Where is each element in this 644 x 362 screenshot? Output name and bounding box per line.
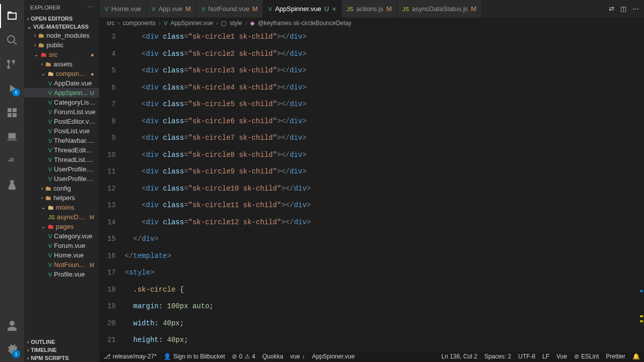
file-home[interactable]: VHome.vue <box>24 250 99 260</box>
settings-icon[interactable]: 1 <box>0 338 24 362</box>
file-notfound[interactable]: VNotFoun...M <box>24 260 99 269</box>
folder-public[interactable]: ›🖿public <box>24 40 99 50</box>
section-workspace[interactable]: ⌄VUE-MASTERCLASS <box>24 23 99 31</box>
status-lncol[interactable]: Ln 138, Col 2 <box>441 353 477 360</box>
line-gutter: 3456789101112131415161718192021 <box>100 29 125 351</box>
tab-home[interactable]: VHome.vue <box>100 0 147 18</box>
explorer-icon[interactable] <box>0 4 24 28</box>
status-bell-icon[interactable]: 🔔 <box>632 353 640 360</box>
file-forum[interactable]: VForum.vue <box>24 241 99 250</box>
tab-app[interactable]: VApp.vueM <box>147 0 197 18</box>
file-appspinner[interactable]: VAppSpinn...U <box>24 88 99 98</box>
run-icon[interactable]: 5 <box>0 76 24 101</box>
code-content[interactable]: <div class="sk-circle1 sk-child"></div> … <box>125 29 644 351</box>
folder-config[interactable]: ›🖿config <box>24 184 99 193</box>
more-tab-icon[interactable]: ⋯ <box>632 5 639 13</box>
file-category[interactable]: VCategory.vue <box>24 231 99 241</box>
settings-badge: 1 <box>12 350 20 358</box>
status-eslint[interactable]: ⊘ ESLint <box>574 353 599 360</box>
file-profile[interactable]: VProfile.vue <box>24 269 99 279</box>
remote-icon[interactable] <box>0 125 24 149</box>
extensions-icon[interactable] <box>0 101 24 125</box>
tab-bar: VHome.vue VApp.vueM VNotFound.vueM VAppS… <box>100 0 644 18</box>
tab-notfound[interactable]: VNotFound.vueM <box>196 0 263 18</box>
folder-assets[interactable]: ›🖿assets <box>24 59 99 69</box>
file-tree: ›🖿node_modules ›🖿public ⌄🖿src● ›🖿assets … <box>24 31 99 338</box>
folder-components[interactable]: ⌄🖿componen...● <box>24 69 99 78</box>
scm-badge: 5 <box>12 88 20 97</box>
sidebar-title: EXPLORER ⋯ <box>24 0 99 15</box>
folder-node-modules[interactable]: ›🖿node_modules <box>24 31 99 40</box>
status-bar: ⎇ release/may-27* 👤 Sign in to Bitbucket… <box>100 351 644 362</box>
testing-icon[interactable] <box>0 173 24 197</box>
more-icon[interactable]: ⋯ <box>88 4 93 11</box>
compare-icon[interactable]: ⇄ <box>609 5 614 13</box>
folder-src[interactable]: ⌄🖿src● <box>24 50 99 59</box>
editor-area: VHome.vue VApp.vueM VNotFound.vueM VAppS… <box>100 0 644 362</box>
file-postlist[interactable]: VPostList.vue <box>24 126 99 136</box>
folder-helpers[interactable]: ›🖿helpers <box>24 193 99 203</box>
status-vue[interactable]: vue ↓ <box>290 353 305 360</box>
activity-bar: 5 1 <box>0 0 24 362</box>
sidebar-title-text: EXPLORER <box>30 5 60 11</box>
status-branch[interactable]: ⎇ release/may-27* <box>104 353 156 360</box>
status-quokka[interactable]: Quokka <box>262 353 283 360</box>
file-asyncdata[interactable]: JSasyncDat...M <box>24 212 99 222</box>
status-lang[interactable]: Vue <box>556 353 567 360</box>
minimap[interactable] <box>637 29 644 351</box>
file-thenavbar[interactable]: VTheNavbar.vue <box>24 136 99 145</box>
file-userprofilecard1[interactable]: VUserProfileCar... <box>24 164 99 174</box>
docker-icon[interactable] <box>0 149 24 173</box>
source-control-icon[interactable] <box>0 52 24 76</box>
account-icon[interactable] <box>0 314 24 338</box>
tab-asyncdatastatus[interactable]: JSasyncDataStatus.jsM <box>397 0 482 18</box>
file-categorylist[interactable]: VCategoryList.v... <box>24 98 99 107</box>
file-userprofilecard2[interactable]: VUserProfileCar... <box>24 174 99 184</box>
file-threadlist[interactable]: VThreadList.vue <box>24 155 99 164</box>
status-encoding[interactable]: UTF-8 <box>518 353 535 360</box>
status-eol[interactable]: LF <box>542 353 549 360</box>
status-spaces[interactable]: Spaces: 2 <box>485 353 511 360</box>
folder-mixins[interactable]: ⌄🖿mixins <box>24 203 99 212</box>
close-icon[interactable]: × <box>332 5 336 13</box>
file-posteditor[interactable]: VPostEditor.vue <box>24 117 99 126</box>
search-icon[interactable] <box>0 28 24 52</box>
section-open-editors[interactable]: ›OPEN EDITORS <box>24 15 99 23</box>
sidebar: EXPLORER ⋯ ›OPEN EDITORS ⌄VUE-MASTERCLAS… <box>24 0 100 362</box>
code-editor[interactable]: 3456789101112131415161718192021 <div cla… <box>100 29 644 351</box>
folder-pages[interactable]: ⌄🖿pages <box>24 222 99 231</box>
status-file[interactable]: AppSpinner.vue <box>312 353 355 360</box>
status-prettier[interactable]: Prettier <box>606 353 625 360</box>
section-timeline[interactable]: ›TIMELINE <box>24 346 99 354</box>
file-forumlist[interactable]: VForumList.vue <box>24 107 99 117</box>
status-signin[interactable]: 👤 Sign in to Bitbucket <box>164 353 225 360</box>
section-outline[interactable]: ›OUTLINE <box>24 338 99 346</box>
breadcrumb[interactable]: src› components› VAppSpinner.vue› ▢style… <box>100 18 644 29</box>
section-npm[interactable]: ›NPM SCRIPTS <box>24 354 99 362</box>
status-problems[interactable]: ⊘ 0 ⚠ 4 <box>232 353 255 360</box>
tab-appspinner[interactable]: VAppSpinner.vueU× <box>263 0 342 18</box>
file-appdate[interactable]: VAppDate.vue <box>24 78 99 88</box>
tab-actions[interactable]: JSactions.jsM <box>342 0 397 18</box>
file-threadeditor[interactable]: VThreadEditor.v... <box>24 145 99 155</box>
split-icon[interactable]: ◫ <box>620 5 626 13</box>
